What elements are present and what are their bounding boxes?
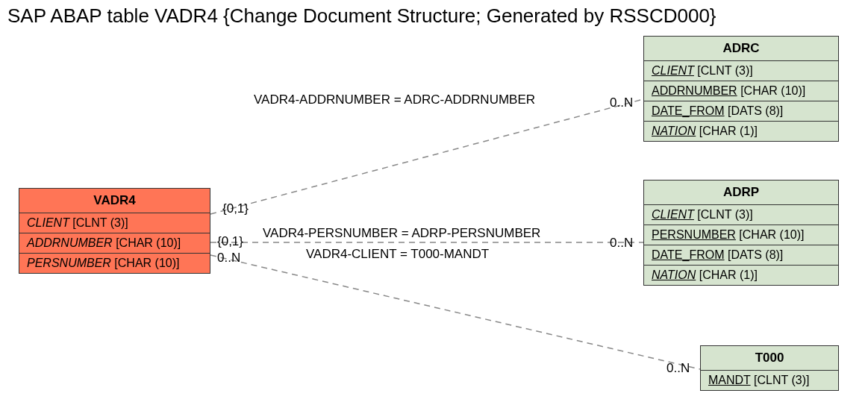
entity-adrc-field: NATION [CHAR (1)] [644,122,838,141]
entity-adrc-field: CLIENT [CLNT (3)] [644,61,838,81]
entity-vadr4-field: CLIENT [CLNT (3)] [19,213,210,233]
svg-line-0 [210,99,643,214]
svg-line-2 [210,255,700,369]
entity-adrp-field: CLIENT [CLNT (3)] [644,205,838,225]
cardinality-left: {0,1} [217,234,243,249]
entity-adrp-field: PERSNUMBER [CHAR (10)] [644,225,838,245]
entity-adrp-field: NATION [CHAR (1)] [644,266,838,285]
entity-adrc-field: ADDRNUMBER [CHAR (10)] [644,81,838,101]
entity-adrp: ADRP CLIENT [CLNT (3)] PERSNUMBER [CHAR … [643,180,839,286]
entity-t000: T000 MANDT [CLNT (3)] [700,345,839,391]
entity-adrc-field: DATE_FROM [DATS (8)] [644,101,838,122]
cardinality-right: 0..N [610,95,633,110]
relation-text: VADR4-CLIENT = T000-MANDT [306,247,489,262]
entity-t000-field: MANDT [CLNT (3)] [701,371,838,390]
page-title: SAP ABAP table VADR4 {Change Document St… [7,4,716,28]
cardinality-left: {0,1} [222,201,249,216]
entity-adrc-header: ADRC [644,37,838,61]
relation-text: VADR4-ADDRNUMBER = ADRC-ADDRNUMBER [254,92,535,107]
cardinality-right: 0..N [610,236,633,251]
entity-vadr4-header: VADR4 [19,189,210,213]
entity-adrp-field: DATE_FROM [DATS (8)] [644,245,838,266]
entity-vadr4-field: PERSNUMBER [CHAR (10)] [19,254,210,273]
cardinality-right: 0..N [666,361,690,376]
cardinality-left: 0..N [217,251,240,266]
relation-text: VADR4-PERSNUMBER = ADRP-PERSNUMBER [263,226,540,241]
entity-t000-header: T000 [701,346,838,371]
entity-vadr4-field: ADDRNUMBER [CHAR (10)] [19,233,210,254]
entity-adrp-header: ADRP [644,180,838,205]
entity-vadr4: VADR4 CLIENT [CLNT (3)] ADDRNUMBER [CHAR… [19,188,210,274]
entity-adrc: ADRC CLIENT [CLNT (3)] ADDRNUMBER [CHAR … [643,36,839,142]
